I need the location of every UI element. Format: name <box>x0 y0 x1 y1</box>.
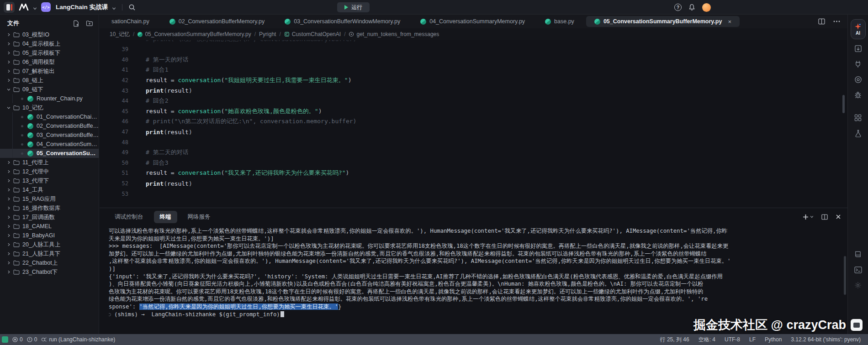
breadcrumb-separator: / <box>254 31 256 37</box>
more-actions-icon[interactable] <box>833 21 840 22</box>
code-line[interactable]: 46# print("\n第二次对话后的记忆:\n", conversation… <box>100 116 847 127</box>
editor-tab[interactable]: 03_ConversationBufferWindowMemory.py <box>276 16 408 27</box>
editor-tab[interactable]: sationChain.py <box>103 16 158 27</box>
tree-folder[interactable]: 15_RAG应用 <box>0 194 99 204</box>
breadcrumb-item[interactable]: get_num_tokens_from_messages <box>349 31 439 37</box>
tree-file[interactable]: 04_ConversationSummaryMemory.py <box>0 140 99 149</box>
test-flask-icon[interactable] <box>852 127 864 140</box>
cursor-position[interactable]: 行 25, 列 46 <box>660 336 689 344</box>
tree-file[interactable]: Rounter_Chain.py <box>0 94 99 103</box>
terminal-panel-icon[interactable] <box>852 263 864 276</box>
tree-folder[interactable]: 14_工具 <box>0 185 99 194</box>
new-folder-icon[interactable] <box>86 20 93 27</box>
editor-tab[interactable]: base.py <box>537 16 582 27</box>
tree-folder[interactable]: 13_代理下 <box>0 176 99 185</box>
code-line[interactable]: 49# 第二天的对话 <box>100 147 847 158</box>
tree-folder[interactable]: 06_调用模型 <box>0 58 99 67</box>
breadcrumb-item[interactable]: CustomChatOpenAI <box>284 31 341 37</box>
code-line[interactable]: 43print(result) <box>100 85 847 96</box>
help-icon[interactable]: ? <box>674 4 682 11</box>
code-line[interactable]: 50# 回合3 <box>100 158 847 168</box>
tree-folder[interactable]: 18_CAMEL <box>0 222 99 231</box>
code-line[interactable]: 51result = conversation("我又来了,还记得我昨天为什么要… <box>100 168 847 178</box>
project-chevron-icon[interactable] <box>112 5 116 9</box>
editor-tab[interactable]: 05_ConversationSummaryBufferMemory.py× <box>586 16 740 27</box>
app-menu-button[interactable] <box>4 2 15 13</box>
code-line[interactable]: 48 <box>100 137 847 147</box>
breadcrumb-item[interactable]: Pyright <box>259 31 276 37</box>
ide-menu-chevron-icon[interactable] <box>33 5 37 9</box>
tree-folder[interactable]: 17_回调函数 <box>0 213 99 222</box>
panel-tab[interactable]: 终端 <box>154 211 177 223</box>
code-line[interactable]: 39 <box>100 44 847 55</box>
new-file-icon[interactable] <box>73 20 79 27</box>
close-panel-icon[interactable] <box>836 214 841 220</box>
tree-folder[interactable]: 19_BabyAGI <box>0 231 99 240</box>
user-avatar[interactable] <box>702 3 711 12</box>
tree-folder[interactable]: 07_解析输出 <box>0 67 99 76</box>
panel-tab[interactable]: 网络服务 <box>182 211 217 223</box>
preview-icon[interactable] <box>852 73 864 86</box>
warnings-indicator[interactable]: 0 <box>27 336 37 343</box>
ai-assistant-button[interactable]: AI <box>851 19 866 39</box>
search-icon[interactable] <box>128 4 136 11</box>
code-line[interactable]: 44# 回合2 <box>100 96 847 106</box>
editor-tab[interactable]: 04_ConversationSummaryMemory.py <box>412 16 533 27</box>
code-line[interactable]: 45result = conversation("她喜欢粉色玫瑰,颜色是粉色的。… <box>100 106 847 117</box>
encoding[interactable]: UTF-8 <box>725 336 740 343</box>
errors-indicator[interactable]: 0 <box>12 336 23 343</box>
tree-folder[interactable]: 22_Chatbot上 <box>0 258 99 267</box>
split-editor-icon[interactable] <box>818 18 825 25</box>
run-button[interactable]: 运行 <box>337 2 370 12</box>
tree-folder[interactable]: 08_链上 <box>0 76 99 85</box>
new-terminal-icon[interactable] <box>803 214 814 220</box>
tree-file[interactable]: 02_ConversationBufferMemory.py <box>0 121 99 131</box>
tree-folder[interactable]: 10_记忆 <box>0 103 99 112</box>
docs-book-icon[interactable] <box>852 248 864 261</box>
project-badge-icon[interactable]: </> <box>41 2 51 12</box>
tree-file[interactable]: 01_ConversationChain.py <box>0 112 99 121</box>
python-interpreter[interactable]: 3.12.2 64-bit ('shims': pyenv) <box>791 336 861 343</box>
close-tab-icon[interactable]: × <box>728 18 731 25</box>
terminal-scrollbar[interactable] <box>844 256 846 295</box>
indentation[interactable]: 空格: 4 <box>699 336 715 344</box>
editor-scrollbar[interactable] <box>842 95 845 113</box>
tree-file[interactable]: 05_ConversationSummaryBufferMemory.py <box>0 149 99 158</box>
run-config-status[interactable]: run (LangChain-shizhanke) <box>41 336 115 343</box>
remote-indicator[interactable] <box>2 336 8 343</box>
breadcrumb-item[interactable]: 10_记忆 <box>110 31 130 38</box>
notifications-bell-icon[interactable] <box>688 4 695 11</box>
code-line[interactable]: 52print(result) <box>100 178 847 189</box>
terminal-output[interactable]: 可以选择浅粉色带有珠光的那种,系上一个淡紫色的丝带蝴蝶结,这样整个花束就会非常精… <box>100 227 843 331</box>
split-terminal-icon[interactable] <box>821 214 828 220</box>
tree-folder[interactable]: 11_代理上 <box>0 158 99 167</box>
extensions-grid-icon[interactable] <box>852 111 864 124</box>
settings-gear-icon[interactable] <box>852 279 864 292</box>
code-line[interactable]: 40# 第一天的对话 <box>100 55 847 65</box>
plugin-icon[interactable] <box>852 58 864 70</box>
tree-folder[interactable]: 05_提示模板下 <box>0 48 99 58</box>
tree-folder[interactable]: 03_模型IO <box>0 30 99 39</box>
import-panel-icon[interactable] <box>852 42 864 55</box>
project-name[interactable]: LangChain 实战课 <box>56 3 108 11</box>
code-editor[interactable]: # print("\n第一次对话后的记忆:\n", conversation.m… <box>100 40 847 208</box>
editor-tab[interactable]: 02_ConversationBufferMemory.py <box>161 16 273 27</box>
tree-folder[interactable]: 09_链下 <box>0 85 99 94</box>
ide-logo-icon[interactable] <box>19 4 29 10</box>
code-line[interactable]: 41# 回合1 <box>100 65 847 75</box>
code-line[interactable]: 42result = conversation("我姐姐明天要过生日,我需要一束… <box>100 75 847 86</box>
tree-folder[interactable]: 04_提示模板上 <box>0 39 99 48</box>
panel-tab[interactable]: 调试控制台 <box>109 211 149 223</box>
eol-sequence[interactable]: LF <box>749 336 756 343</box>
tree-folder[interactable]: 20_人脉工具上 <box>0 240 99 249</box>
language-mode[interactable]: Python <box>765 336 782 343</box>
breadcrumb-item[interactable]: 05_ConversationSummaryBufferMemory.py <box>138 31 251 37</box>
tree-folder[interactable]: 12_代理中 <box>0 167 99 176</box>
tree-folder[interactable]: 23_Chatbot下 <box>0 267 99 277</box>
tree-file[interactable]: 03_ConversationBufferWindowMemory.py <box>0 131 99 140</box>
tree-folder[interactable]: 21_人脉工具下 <box>0 249 99 258</box>
debug-bug-icon[interactable] <box>852 89 864 101</box>
code-line[interactable]: 53 <box>100 188 847 199</box>
tree-folder[interactable]: 16_操作数据库 <box>0 204 99 213</box>
code-line[interactable]: 47print(result) <box>100 127 847 137</box>
